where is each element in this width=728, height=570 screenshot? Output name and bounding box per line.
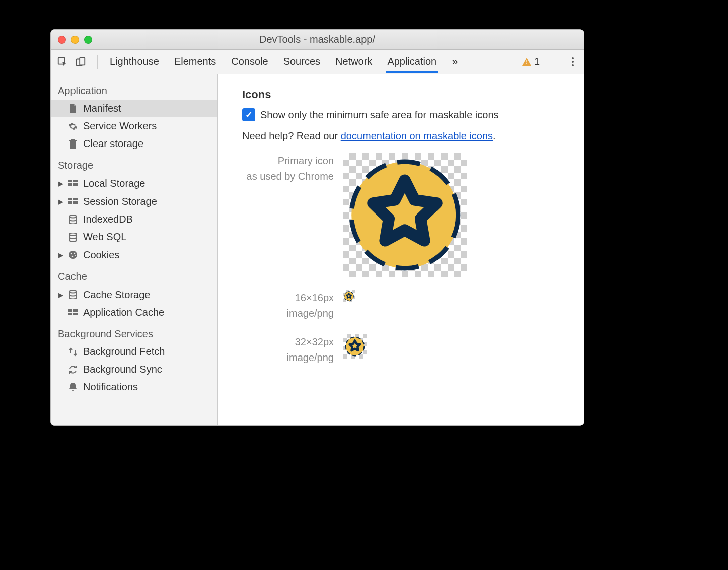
svg-point-18 [69,291,77,293]
sidebar-item-label: Web SQL [83,231,126,243]
icons-heading: Icons [242,88,563,101]
bell-icon [68,382,78,392]
sync-icon [68,365,78,375]
svg-rect-21 [68,313,72,315]
help-link[interactable]: documentation on maskable icons [341,130,493,141]
sidebar-item-indexeddb[interactable]: IndexedDB [51,210,217,228]
icon-row-32: 32×32px image/png [242,334,563,366]
chevron-right-icon: ▸ [58,249,64,261]
icon-label-line2: image/png [242,306,334,321]
svg-point-15 [74,253,76,254]
tab-sources[interactable]: Sources [282,51,321,73]
sidebar-item-label: Session Storage [83,196,157,207]
sidebar-item-service-workers[interactable]: Service Workers [51,117,217,135]
sidebar-item-label: Local Storage [83,178,145,189]
updown-icon [68,347,78,357]
icon-row-primary: Primary icon as used by Chrome [242,153,563,277]
chevron-right-icon: ▸ [58,289,64,301]
chevron-right-icon: ▸ [58,177,64,189]
tab-console[interactable]: Console [230,51,269,73]
checkbox-label: Show only the minimum safe area for mask… [260,109,499,121]
sidebar-item-session-storage[interactable]: ▸ Session Storage [51,192,217,210]
sidebar-group-application: Application [51,78,217,100]
sidebar-item-label: IndexedDB [83,213,133,225]
window-controls [58,36,92,44]
sidebar-item-label: Background Sync [83,364,162,375]
panel-tabs: Lighthouse Elements Console Sources Netw… [109,50,515,74]
sidebar-item-label: Application Cache [83,307,164,318]
sidebar-group-storage: Storage [51,153,217,174]
zoom-window-button[interactable] [84,36,92,44]
sidebar: Application Manifest Service Workers Cle… [51,74,218,425]
device-toolbar-icon[interactable] [75,56,86,67]
titlebar: DevTools - maskable.app/ [51,30,584,50]
sidebar-item-application-cache[interactable]: Application Cache [51,304,217,321]
safe-area-checkbox-row[interactable]: ✓ Show only the minimum safe area for ma… [242,108,563,121]
chevron-right-icon: ▸ [58,195,64,207]
checkbox-icon[interactable]: ✓ [242,108,255,121]
window-title: DevTools - maskable.app/ [259,34,375,45]
sidebar-item-local-storage[interactable]: ▸ Local Storage [51,174,217,192]
sidebar-item-web-sql[interactable]: Web SQL [51,228,217,246]
icon-label-line2: image/png [242,350,334,366]
tab-overflow-button[interactable]: » [451,50,459,74]
sidebar-item-clear-storage[interactable]: Clear storage [51,135,217,153]
svg-point-17 [75,255,76,256]
star-icon [345,336,365,357]
sidebar-item-label: Service Workers [83,120,157,132]
icon-label: 16×16px image/png [242,290,343,321]
svg-rect-10 [73,201,78,204]
svg-point-11 [69,215,77,218]
sidebar-item-label: Clear storage [83,138,143,150]
svg-rect-19 [68,309,72,312]
svg-point-14 [71,253,72,255]
icon-label-line1: 32×32px [242,334,334,350]
sidebar-item-label: Cookies [83,249,119,261]
sidebar-group-cache: Cache [51,264,217,286]
settings-menu-button[interactable] [568,57,577,66]
cookie-icon [68,250,78,260]
grid-icon [68,196,78,206]
icon-preview-primary[interactable] [343,153,467,277]
sidebar-group-background-services: Background Services [51,321,217,343]
inspect-element-icon[interactable] [57,56,68,67]
star-icon [344,291,354,301]
icon-label: Primary icon as used by Chrome [242,153,343,184]
warning-count: 1 [534,56,540,67]
sidebar-item-manifest[interactable]: Manifest [51,100,217,117]
minimize-window-button[interactable] [71,36,79,44]
sidebar-item-cookies[interactable]: ▸ Cookies [51,246,217,264]
icon-preview-32[interactable] [343,334,367,359]
database-icon [68,215,78,225]
grid-icon [68,178,78,188]
svg-point-16 [72,256,74,257]
grid-icon [68,308,78,318]
sidebar-item-notifications[interactable]: Notifications [51,378,217,396]
tab-network[interactable]: Network [334,51,373,73]
tab-lighthouse[interactable]: Lighthouse [109,51,160,73]
toolbar-separator [551,55,551,69]
sidebar-item-background-fetch[interactable]: Background Fetch [51,343,217,361]
tab-application[interactable]: Application [386,51,438,73]
svg-point-12 [69,233,77,235]
svg-rect-9 [68,201,72,204]
close-window-button[interactable] [58,36,66,44]
sidebar-item-label: Manifest [83,103,121,114]
content-pane: Icons ✓ Show only the minimum safe area … [218,74,584,425]
svg-point-13 [69,251,77,259]
svg-rect-5 [68,183,72,186]
star-icon [347,157,463,273]
svg-rect-7 [68,198,72,200]
database-icon [68,290,78,300]
sidebar-item-label: Notifications [83,381,138,393]
sidebar-item-cache-storage[interactable]: ▸ Cache Storage [51,286,217,304]
icon-preview-16[interactable] [343,290,355,302]
help-suffix: . [493,130,496,141]
icon-label-line2: as used by Chrome [242,169,334,184]
tab-elements[interactable]: Elements [173,51,217,73]
svg-rect-3 [68,180,72,182]
sidebar-item-background-sync[interactable]: Background Sync [51,361,217,378]
warnings-badge[interactable]: 1 [522,56,540,67]
trash-icon [68,139,78,149]
svg-rect-20 [73,309,78,312]
